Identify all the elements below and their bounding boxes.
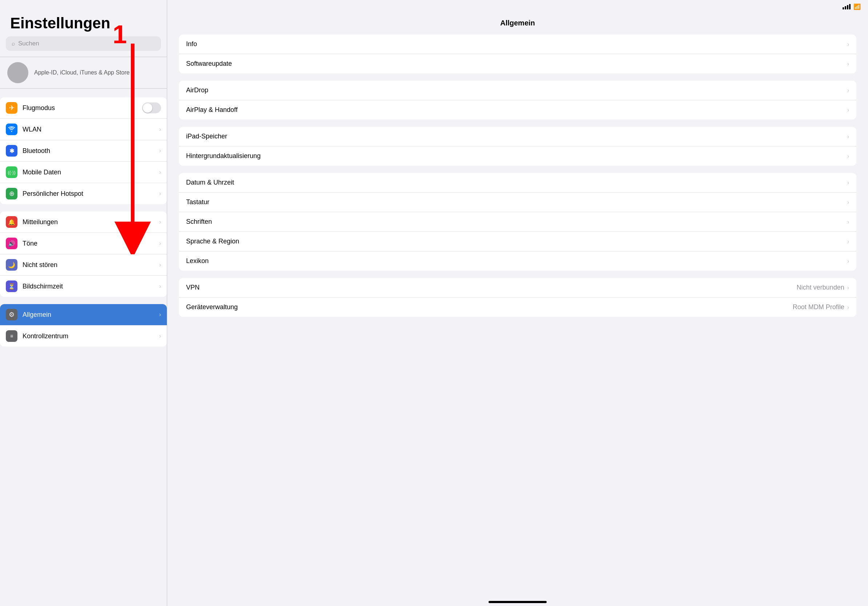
notifications-group: 🔔 Mitteilungen › 🔊 Töne › 🌙 Nicht stören… xyxy=(0,212,167,297)
content-group-2: AirDrop › AirPlay & Handoff › xyxy=(179,80,856,119)
sidebar-item-nicht-stoeren[interactable]: 🌙 Nicht stören › xyxy=(0,254,167,276)
geraeteverwaltung-value: Root MDM Profile xyxy=(793,303,845,311)
sidebar-item-bluetooth[interactable]: ✱ Bluetooth › xyxy=(0,140,167,162)
hintergrundaktualisierung-chevron: › xyxy=(847,153,849,159)
flugmodus-toggle[interactable] xyxy=(142,102,161,113)
sidebar-item-hotspot[interactable]: ⊕ Persönlicher Hotspot › xyxy=(0,183,167,204)
wlan-icon xyxy=(6,124,17,135)
airdrop-chevron: › xyxy=(847,87,849,94)
mitteilungen-icon: 🔔 xyxy=(6,216,17,228)
search-icon: ⌕ xyxy=(12,40,15,47)
bildschirmzeit-icon: ⏳ xyxy=(6,280,17,292)
wlan-label: WLAN xyxy=(23,126,154,133)
bluetooth-chevron: › xyxy=(159,147,161,154)
sidebar-item-flugmodus[interactable]: ✈ Flugmodus xyxy=(0,97,167,119)
kontrollzentrum-icon: ≡ xyxy=(6,330,17,342)
search-placeholder: Suchen xyxy=(18,40,39,47)
airplay-chevron: › xyxy=(847,107,849,113)
mobile-daten-label: Mobile Daten xyxy=(23,169,154,176)
toene-chevron: › xyxy=(159,240,161,247)
mobile-daten-icon: ((·)) xyxy=(6,166,17,178)
datum-chevron: › xyxy=(847,179,849,186)
toene-icon: 🔊 xyxy=(6,238,17,249)
kontrollzentrum-label: Kontrollzentrum xyxy=(23,332,154,340)
content-area: Info › Softwareupdate › AirDrop › AirPla… xyxy=(167,34,868,601)
allgemein-chevron: › xyxy=(159,311,161,318)
sidebar-item-kontrollzentrum[interactable]: ≡ Kontrollzentrum › xyxy=(0,326,167,346)
schriften-chevron: › xyxy=(847,219,849,225)
content-row-schriften[interactable]: Schriften › xyxy=(179,212,856,232)
system-group: ⚙ Allgemein › ≡ Kontrollzentrum › xyxy=(0,304,167,346)
home-indicator xyxy=(488,601,547,603)
bildschirmzeit-label: Bildschirmzeit xyxy=(23,283,154,290)
content-row-geraeteverwaltung[interactable]: Geräteverwaltung Root MDM Profile › xyxy=(179,298,856,317)
content-row-airdrop[interactable]: AirDrop › xyxy=(179,80,856,100)
info-chevron: › xyxy=(847,41,849,48)
ipad-speicher-chevron: › xyxy=(847,133,849,140)
profile-row[interactable]: Apple-ID, iCloud, iTunes & App Store xyxy=(0,57,167,89)
wlan-chevron: › xyxy=(159,126,161,133)
status-bar: 📶 xyxy=(167,0,868,13)
search-bar[interactable]: ⌕ Suchen xyxy=(6,36,161,51)
hotspot-chevron: › xyxy=(159,190,161,197)
tastatur-label: Tastatur xyxy=(186,198,847,206)
content-row-airplay[interactable]: AirPlay & Handoff › xyxy=(179,100,856,119)
content-row-info[interactable]: Info › xyxy=(179,34,856,54)
sidebar-item-bildschirmzeit[interactable]: ⏳ Bildschirmzeit › xyxy=(0,276,167,297)
tastatur-chevron: › xyxy=(847,199,849,206)
connectivity-group: ✈ Flugmodus WLAN › ✱ Bluetooth › ((·)) M… xyxy=(0,97,167,204)
content-group-1: Info › Softwareupdate › xyxy=(179,34,856,73)
sprache-label: Sprache & Region xyxy=(186,238,847,245)
content-row-vpn[interactable]: VPN Nicht verbunden › xyxy=(179,278,856,298)
content-row-ipad-speicher[interactable]: iPad-Speicher › xyxy=(179,127,856,147)
vpn-chevron: › xyxy=(847,284,849,291)
mitteilungen-chevron: › xyxy=(159,219,161,225)
sidebar-title: Einstellungen xyxy=(0,0,167,36)
nicht-stoeren-chevron: › xyxy=(159,261,161,268)
sidebar-item-mobile-daten[interactable]: ((·)) Mobile Daten › xyxy=(0,162,167,183)
ipad-speicher-label: iPad-Speicher xyxy=(186,133,847,140)
main-content: Allgemein Info › Softwareupdate › AirDro… xyxy=(167,0,868,606)
profile-text: Apple-ID, iCloud, iTunes & App Store xyxy=(34,69,130,77)
avatar xyxy=(7,62,28,83)
kontrollzentrum-chevron: › xyxy=(159,333,161,339)
nicht-stoeren-icon: 🌙 xyxy=(6,259,17,271)
bildschirmzeit-chevron: › xyxy=(159,283,161,289)
content-row-sprache[interactable]: Sprache & Region › xyxy=(179,232,856,251)
sidebar-item-mitteilungen[interactable]: 🔔 Mitteilungen › xyxy=(0,212,167,233)
mitteilungen-label: Mitteilungen xyxy=(23,218,154,226)
sidebar-item-toene[interactable]: 🔊 Töne › xyxy=(0,233,167,254)
content-row-softwareupdate[interactable]: Softwareupdate › xyxy=(179,54,856,73)
vpn-value: Nicht verbunden xyxy=(797,284,845,291)
content-row-lexikon[interactable]: Lexikon › xyxy=(179,251,856,271)
wifi-icon: 📶 xyxy=(854,3,861,10)
toene-label: Töne xyxy=(23,240,154,247)
nicht-stoeren-label: Nicht stören xyxy=(23,261,154,269)
softwareupdate-label: Softwareupdate xyxy=(186,60,847,68)
bluetooth-icon: ✱ xyxy=(6,145,17,156)
main-header: Allgemein xyxy=(167,13,868,34)
lexikon-chevron: › xyxy=(847,258,849,264)
airplay-label: AirPlay & Handoff xyxy=(186,106,847,114)
signal-icon xyxy=(843,4,851,9)
softwareupdate-chevron: › xyxy=(847,61,849,67)
allgemein-label: Allgemein xyxy=(23,311,154,318)
content-row-tastatur[interactable]: Tastatur › xyxy=(179,193,856,212)
bluetooth-label: Bluetooth xyxy=(23,147,154,155)
toggle-knob xyxy=(143,103,152,113)
datum-label: Datum & Uhrzeit xyxy=(186,179,847,186)
info-label: Info xyxy=(186,40,847,48)
sidebar-item-wlan[interactable]: WLAN › xyxy=(0,119,167,140)
airdrop-label: AirDrop xyxy=(186,87,847,94)
sidebar-item-allgemein[interactable]: ⚙ Allgemein › xyxy=(0,304,167,326)
content-row-hintergrundaktualisierung[interactable]: Hintergrundaktualisierung › xyxy=(179,147,856,166)
search-container: ⌕ Suchen xyxy=(0,36,167,57)
flugmodus-icon: ✈ xyxy=(6,102,17,114)
sidebar: Einstellungen ⌕ Suchen Apple-ID, iCloud,… xyxy=(0,0,167,606)
hintergrundaktualisierung-label: Hintergrundaktualisierung xyxy=(186,152,847,160)
section-gap-1 xyxy=(0,91,167,97)
allgemein-icon: ⚙ xyxy=(6,309,17,320)
sprache-chevron: › xyxy=(847,238,849,245)
content-row-datum[interactable]: Datum & Uhrzeit › xyxy=(179,173,856,193)
geraeteverwaltung-label: Geräteverwaltung xyxy=(186,303,793,311)
